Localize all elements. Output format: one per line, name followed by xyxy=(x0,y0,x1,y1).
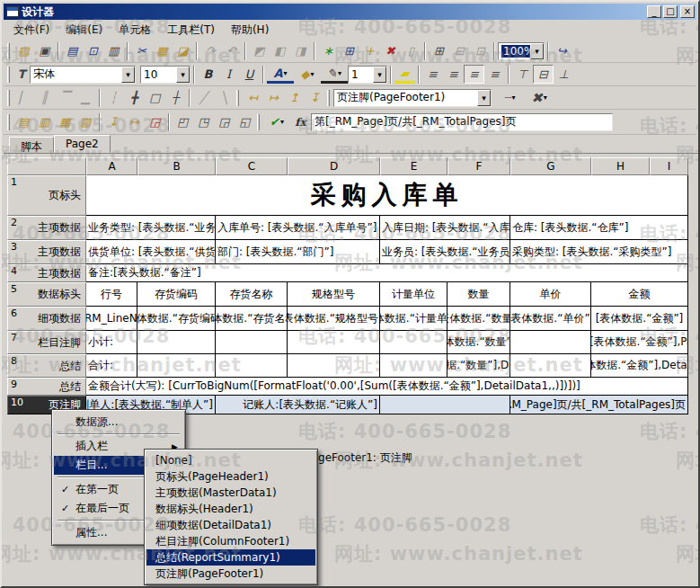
border-top-button[interactable]: ▔ xyxy=(55,88,75,107)
align-justify-button[interactable]: ≡ xyxy=(484,65,505,84)
delete-band-button[interactable]: ✖▾ xyxy=(524,88,554,107)
column-header-c[interactable]: C xyxy=(216,157,288,175)
band-merge-button[interactable]: ▥ xyxy=(34,112,55,131)
column-header-a[interactable]: A xyxy=(86,157,137,175)
band-select[interactable]: 页注脚(PageFooter1) ▾ xyxy=(333,89,492,107)
chevron-down-icon[interactable]: ▾ xyxy=(310,70,314,78)
export-button[interactable]: ▥ xyxy=(103,41,124,60)
empty-cell[interactable] xyxy=(380,331,447,354)
fill-color-button[interactable]: ◆▾ xyxy=(294,65,321,84)
highlight-button[interactable]: ▰ xyxy=(394,65,415,84)
blank-page-button[interactable]: ▯ xyxy=(401,41,421,60)
empty-cell[interactable] xyxy=(380,396,510,414)
save-button[interactable]: ▣ xyxy=(34,41,55,60)
show-grid-button[interactable]: ⊞ xyxy=(429,41,449,60)
table-button[interactable]: ⊞ xyxy=(339,41,359,60)
empty-cell[interactable] xyxy=(216,331,288,354)
empty-cell[interactable] xyxy=(137,331,216,354)
print-preview-button[interactable]: ⊡ xyxy=(83,41,103,60)
empty-cell[interactable] xyxy=(510,354,591,378)
row-header-5[interactable]: 5 数据标头 xyxy=(7,282,86,307)
menu-cell[interactable]: 单元格 xyxy=(111,20,159,40)
detail-cell-qty[interactable]: [表体数据.“数量”] xyxy=(447,307,510,331)
formula-input[interactable] xyxy=(311,113,613,131)
cut-button[interactable]: ✂ xyxy=(131,41,152,60)
toolbar-grip[interactable] xyxy=(236,90,239,106)
band-right-button[interactable]: ▧ xyxy=(75,112,96,131)
chevron-down-icon[interactable]: ▾ xyxy=(511,94,515,102)
header-cell-item-name[interactable]: 存货名称 xyxy=(216,282,288,307)
empty-cell[interactable] xyxy=(137,354,216,378)
border-all-button[interactable]: ╋ xyxy=(124,88,145,107)
toolbar-grip[interactable] xyxy=(7,90,10,106)
cell-receipt-no[interactable]: 入库单号: [表头数据.“入库单号”] xyxy=(216,216,380,240)
exit-button[interactable]: ↪ xyxy=(552,41,572,60)
empty-cell[interactable] xyxy=(288,331,380,354)
amount-in-words-cell[interactable]: 金额合计(大写): [CurrToBigNum([FormatFloat('0.… xyxy=(86,378,688,396)
underline-button[interactable]: U xyxy=(239,65,260,84)
empty-cell[interactable] xyxy=(288,354,380,378)
border-inner-vertical-button[interactable]: ║ xyxy=(34,88,55,107)
paste-button[interactable]: ◪ xyxy=(173,41,193,60)
total-label-cell[interactable]: 合计: xyxy=(86,354,137,378)
apply-formula-button[interactable]: ✔▾ xyxy=(263,112,290,131)
function-button[interactable]: fx xyxy=(290,112,311,131)
font-color-button[interactable]: A▾ xyxy=(267,65,294,84)
page-layout-2-button[interactable]: ◳ xyxy=(193,112,214,131)
header-cell-unit[interactable]: 计量单位 xyxy=(380,282,447,307)
row-header-8[interactable]: 8 总结 xyxy=(7,354,86,378)
toolbar-grip[interactable] xyxy=(7,67,10,83)
font-size-select[interactable]: 10 ▾ xyxy=(140,66,191,84)
row-header-1[interactable]: 1 页标头 xyxy=(7,175,86,216)
maximize-button[interactable]: □ xyxy=(663,5,678,18)
grow-right-button[interactable]: ↦ xyxy=(124,112,145,131)
detail-cell-line-no[interactable]: [_RM_LineNo] xyxy=(86,307,137,331)
empty-cell[interactable] xyxy=(380,354,447,378)
submenu-item-columnfooter[interactable]: 栏目注脚(ColumnFooter1) xyxy=(146,533,315,549)
merge-cells-button[interactable]: ⊡ xyxy=(470,41,491,60)
insert-row-below-button[interactable]: ↧ xyxy=(305,88,325,107)
bring-front-button[interactable]: ◩ xyxy=(249,41,270,60)
corner-cell[interactable] xyxy=(7,157,86,175)
row-header-4[interactable]: 4 主项数据 xyxy=(7,264,86,282)
insert-cell-button[interactable]: + xyxy=(359,41,380,60)
chevron-down-icon[interactable]: ▾ xyxy=(176,67,190,83)
move-middle-button[interactable]: ◧ xyxy=(270,41,290,60)
column-header-f[interactable]: F xyxy=(447,157,510,175)
row-header-9[interactable]: 9 总结 xyxy=(7,378,86,396)
submenu-item-detaildata[interactable]: 细项数据(DetailData1) xyxy=(146,517,315,533)
grow-down-button[interactable]: ↧ xyxy=(103,112,124,131)
valign-bottom-button[interactable]: ⊥ xyxy=(554,65,574,84)
empty-cell[interactable] xyxy=(216,354,288,378)
toolbar-grip[interactable] xyxy=(7,114,10,130)
cell-purchase-type[interactable]: 采购类型: [表头数据.“采购类型”] xyxy=(510,240,688,264)
header-cell-item-code[interactable]: 存货编码 xyxy=(137,282,216,307)
header-cell-qty[interactable]: 数量 xyxy=(447,282,510,307)
detail-cell-item-name[interactable]: [表体数据.“存货名称”] xyxy=(216,307,288,331)
total-qty-cell[interactable]: [Sum([表体数据.“数量”],DetailData1,,)] xyxy=(447,354,510,378)
cell-remark[interactable]: 备注:[表头数据.“备注”] xyxy=(86,264,688,282)
cell-warehouse[interactable]: 仓库: [表头数据.“仓库”] xyxy=(510,216,688,240)
row-header-7[interactable]: 7 栏目注脚 xyxy=(7,331,86,354)
menu-edit[interactable]: 编辑(E) xyxy=(58,20,111,40)
menu-item-datasource[interactable]: 数据源... xyxy=(54,413,183,432)
bold-button[interactable]: B xyxy=(198,65,218,84)
column-header-b[interactable]: B xyxy=(137,157,216,175)
border-left-button[interactable]: ▏ xyxy=(13,88,34,107)
font-name-select[interactable]: 宋体 ▾ xyxy=(30,66,136,84)
report-title-cell[interactable]: 采购入库单 xyxy=(86,175,688,216)
header-cell-line-no[interactable]: 行号 xyxy=(86,282,137,307)
align-right-button[interactable]: ≡ xyxy=(464,65,484,84)
chevron-down-icon[interactable]: ▾ xyxy=(530,43,544,59)
diagonal-up-button[interactable]: ╱ xyxy=(193,88,214,107)
valign-top-button[interactable]: ⊤ xyxy=(512,65,533,84)
detail-cell-amount[interactable]: [表体数据.“金额”] xyxy=(591,307,688,331)
diagonal-down-button[interactable]: ╲ xyxy=(214,88,235,107)
print-button[interactable]: ▤ xyxy=(62,41,83,60)
border-dotted-button[interactable]: ┆ xyxy=(103,88,124,107)
page-layout-1-button[interactable]: ◰ xyxy=(173,112,193,131)
chevron-down-icon[interactable]: ▾ xyxy=(373,67,386,83)
cell-receipt-date[interactable]: 入库日期: [表头数据.“入库日期”] xyxy=(380,216,510,240)
chevron-down-icon[interactable]: ▾ xyxy=(477,90,491,106)
column-header-i[interactable]: I xyxy=(650,157,688,175)
